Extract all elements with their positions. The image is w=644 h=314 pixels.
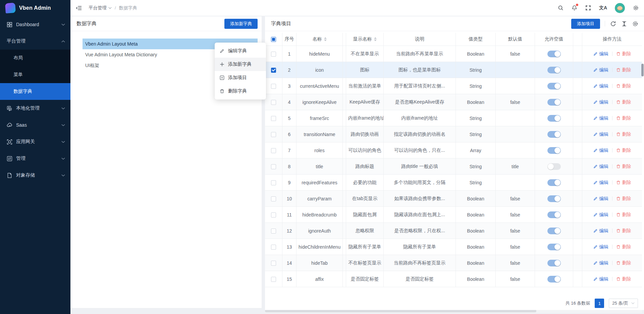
row-checkbox[interactable] [271, 212, 276, 217]
delete-button[interactable]: 删除 [616, 180, 631, 186]
edit-button[interactable]: 编辑 [593, 244, 608, 250]
table-row[interactable]: 9requiredFeatures必要的功能多个功能间用英文，分隔String编… [265, 175, 642, 191]
table-row[interactable]: 8title路由标题路由title 一般必填Stringtitle编辑删除 [265, 159, 642, 175]
select-all-cell[interactable] [265, 33, 282, 46]
sort-icon[interactable] [374, 37, 377, 41]
sidebar-item[interactable]: 对象存储 [0, 167, 70, 184]
edit-button[interactable]: 编辑 [593, 164, 608, 170]
row-checkbox[interactable] [271, 229, 276, 234]
edit-button[interactable]: 编辑 [593, 212, 608, 218]
settings-gear-icon[interactable] [633, 5, 639, 11]
allow-empty-toggle[interactable] [547, 83, 561, 89]
edit-button[interactable]: 编辑 [593, 196, 608, 202]
table-row[interactable]: 3currentActiveMenu当前激活的菜单用于配置详情页时左侧...St… [265, 78, 642, 94]
delete-button[interactable]: 删除 [616, 51, 631, 57]
context-menu-item[interactable]: 添加项目 [215, 71, 266, 84]
edit-button[interactable]: 编辑 [593, 115, 608, 121]
table-row[interactable]: 11hideBreadcrumb隐藏面包屑隐藏该路由在面包屑上...Boolea… [265, 207, 642, 223]
delete-button[interactable]: 删除 [616, 83, 631, 89]
breadcrumb-item-current[interactable]: 数据字典 [119, 5, 137, 11]
breadcrumb-item-platform[interactable]: 平台管理 [89, 5, 112, 11]
sidebar-item[interactable]: 布局 [0, 50, 70, 66]
allow-empty-toggle[interactable] [547, 163, 561, 170]
allow-empty-toggle[interactable] [547, 115, 561, 122]
allow-empty-toggle[interactable] [547, 195, 561, 202]
row-checkbox[interactable] [271, 52, 276, 57]
edit-button[interactable]: 编辑 [593, 131, 608, 137]
row-height-icon[interactable] [621, 20, 628, 27]
sidebar-item[interactable]: Dashboard [0, 16, 70, 33]
context-menu-item[interactable]: 编辑字典 [215, 44, 266, 58]
allow-empty-toggle[interactable] [547, 147, 561, 154]
table-row[interactable]: 13hideChildrenInMenu隐藏所有子菜单隐藏所有子菜单Boolea… [265, 239, 642, 255]
row-checkbox[interactable] [271, 245, 276, 250]
row-checkbox[interactable] [271, 84, 276, 89]
table-row[interactable]: 12ignoreAuth忽略权限是否忽略权限，只在权...Booleanfals… [265, 223, 642, 239]
edit-button[interactable]: 编辑 [593, 147, 608, 153]
edit-button[interactable]: 编辑 [593, 67, 608, 73]
add-dict-button[interactable]: 添加新字典 [224, 19, 258, 29]
bell-icon[interactable] [572, 5, 578, 11]
allow-empty-toggle[interactable] [547, 244, 561, 250]
sidebar-item[interactable]: 数据字典 [0, 83, 70, 100]
delete-button[interactable]: 删除 [616, 260, 631, 266]
add-item-button[interactable]: 添加项目 [571, 19, 600, 29]
allow-empty-toggle[interactable] [547, 51, 561, 57]
row-checkbox[interactable] [271, 164, 276, 169]
allow-empty-toggle[interactable] [547, 99, 561, 106]
row-checkbox[interactable] [271, 196, 276, 201]
delete-button[interactable]: 删除 [616, 67, 631, 73]
allow-empty-toggle[interactable] [547, 228, 561, 234]
context-menu-item[interactable]: 删除字典 [215, 84, 266, 98]
col-name-sortable[interactable]: 名称 [297, 33, 343, 46]
sidebar-item[interactable]: 平台管理 [0, 33, 70, 50]
delete-button[interactable]: 删除 [616, 115, 631, 121]
table-row[interactable]: 2icon图标图标，也是菜单图标String编辑删除 [265, 62, 642, 78]
select-all-checkbox[interactable] [271, 37, 276, 42]
column-settings-gear-icon[interactable] [632, 20, 639, 27]
delete-button[interactable]: 删除 [616, 276, 631, 282]
sidebar-item[interactable]: 应用网关 [0, 133, 70, 150]
row-checkbox[interactable] [271, 68, 276, 73]
allow-empty-toggle[interactable] [547, 260, 561, 266]
table-row[interactable]: 1hideMenu不在菜单显示当前路由不再菜单显示Booleanfalse编辑删… [265, 46, 642, 62]
row-checkbox[interactable] [271, 148, 276, 153]
translate-icon[interactable]: 文A [599, 5, 607, 11]
row-checkbox[interactable] [271, 261, 276, 266]
delete-button[interactable]: 删除 [616, 131, 631, 137]
col-display-name-sortable[interactable]: 显示名称 [346, 33, 384, 46]
row-checkbox[interactable] [271, 116, 276, 121]
delete-button[interactable]: 删除 [616, 147, 631, 153]
delete-button[interactable]: 删除 [616, 164, 631, 170]
table-row[interactable]: 7roles可以访问的角色可以访问的角色，只在...Array编辑删除 [265, 142, 642, 159]
sort-icon[interactable] [324, 37, 327, 41]
delete-button[interactable]: 删除 [616, 212, 631, 218]
search-icon[interactable] [558, 5, 564, 11]
delete-button[interactable]: 删除 [616, 244, 631, 250]
allow-empty-toggle[interactable] [547, 131, 561, 138]
edit-button[interactable]: 编辑 [593, 99, 608, 105]
table-row[interactable]: 10carryParam在tab页显示如果该路由会携带参数...Booleanf… [265, 191, 642, 207]
table-row[interactable]: 15affix是否固定标签是否固定标签Booleanfalse编辑删除 [265, 271, 642, 287]
sidebar-item[interactable]: 菜单 [0, 66, 70, 83]
sidebar-item[interactable]: 管理 [0, 150, 70, 167]
page-size-select[interactable]: 25 条/页 [609, 299, 638, 308]
refresh-icon[interactable] [610, 20, 616, 27]
avatar[interactable] [615, 3, 625, 13]
fullscreen-icon[interactable] [585, 5, 591, 11]
edit-button[interactable]: 编辑 [593, 51, 608, 57]
row-checkbox[interactable] [271, 180, 276, 185]
vertical-scrollbar-thumb[interactable] [641, 64, 644, 76]
row-checkbox[interactable] [271, 132, 276, 137]
logo[interactable]: Vben Admin [0, 0, 70, 16]
allow-empty-toggle[interactable] [547, 211, 561, 218]
edit-button[interactable]: 编辑 [593, 260, 608, 266]
row-checkbox[interactable] [271, 100, 276, 105]
edit-button[interactable]: 编辑 [593, 83, 608, 89]
row-checkbox[interactable] [271, 277, 276, 282]
allow-empty-toggle[interactable] [547, 179, 561, 186]
delete-button[interactable]: 删除 [616, 196, 631, 202]
delete-button[interactable]: 删除 [616, 228, 631, 234]
delete-button[interactable]: 删除 [616, 99, 631, 105]
table-row[interactable]: 14hideTab不在标签页显示当前路由不再标签页显示Booleanfalse编… [265, 255, 642, 271]
